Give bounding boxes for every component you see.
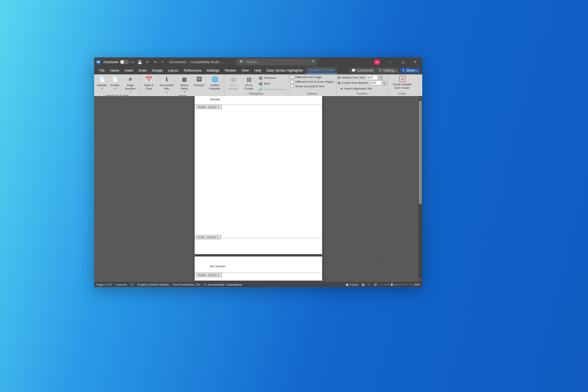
print-layout-button[interactable]: ≡: [367, 282, 372, 287]
spinner-bottom[interactable]: ▴▾: [383, 81, 387, 85]
save-icon[interactable]: 💾: [137, 59, 142, 65]
tab-design[interactable]: Design: [149, 67, 165, 74]
previous-button[interactable]: ▤Previous: [257, 75, 287, 80]
different-first-page-checkbox[interactable]: Different First Page: [289, 75, 335, 79]
footer-button[interactable]: 📄Footer▾: [109, 75, 121, 90]
goto-footer-icon: ▤: [245, 76, 252, 83]
redo-icon[interactable]: ↷: [152, 59, 158, 65]
accessibility-status[interactable]: ✦Accessibility: Unavailable: [204, 283, 242, 286]
insert-alignment-tab-button[interactable]: ⇥Insert Alignment Tab: [338, 86, 387, 91]
link-icon: 🔗: [258, 87, 263, 91]
goto-header-button[interactable]: ▤Go to Header: [225, 75, 241, 91]
toggle-switch[interactable]: [120, 60, 129, 64]
zoom-out-button[interactable]: −: [381, 283, 382, 286]
tab-home[interactable]: Home: [108, 67, 122, 74]
close-header-footer-button[interactable]: ✕ Close Header and Footer: [389, 75, 415, 90]
focus-mode-button[interactable]: ▣Focus: [346, 283, 358, 286]
zoom-slider[interactable]: [384, 284, 407, 285]
search-box[interactable]: 🔍 Search 🎤: [237, 59, 317, 65]
user-avatar[interactable]: SS: [374, 59, 380, 65]
editing-button[interactable]: ✎Editing▾: [377, 68, 399, 73]
quick-parts-button[interactable]: ▦Quick Parts▾: [177, 75, 191, 94]
date-time-button[interactable]: 📅Date & Time: [141, 75, 156, 91]
page2-header-text[interactable]: Not sample: [210, 265, 225, 268]
spin-down-icon[interactable]: ▾: [379, 78, 383, 80]
tab-draw[interactable]: Draw: [136, 67, 149, 74]
undo-icon[interactable]: ↶: [145, 59, 150, 65]
language-status[interactable]: English (United States): [137, 283, 169, 286]
word-window: W AutoSave Off 💾 ↶ ↷ ▾ Document1 - Compa…: [94, 57, 422, 287]
word-count[interactable]: 0 words: [116, 283, 127, 286]
minimize-button[interactable]: ─: [385, 57, 396, 67]
vertical-scrollbar[interactable]: ▴ ▾: [418, 96, 422, 282]
scroll-up-icon[interactable]: ▴: [418, 96, 422, 100]
show-document-text-checkbox[interactable]: Show Document Text: [289, 84, 335, 88]
scroll-down-icon[interactable]: ▾: [418, 278, 422, 282]
autosave-label: AutoSave: [103, 60, 118, 64]
pictures-button[interactable]: 🖼Pictures: [192, 75, 206, 88]
comments-button[interactable]: 💬Comments: [349, 68, 376, 73]
tab-mailings[interactable]: Mailings: [204, 67, 222, 74]
tab-help[interactable]: Help: [252, 67, 264, 74]
header-section-1-label: Header -Section 1-: [196, 105, 222, 109]
page-count[interactable]: Page 1 of 2: [96, 283, 112, 286]
tab-view[interactable]: View: [239, 67, 252, 74]
zoom-in-button[interactable]: +: [410, 283, 412, 286]
qat-customize-icon[interactable]: ▾: [160, 59, 165, 65]
page1-header-text[interactable]: Sample: [210, 98, 220, 101]
footer-from-bottom-input[interactable]: [370, 80, 382, 85]
online-pictures-button[interactable]: 🌐Online Pictures: [207, 75, 223, 91]
chevron-down-icon: ▾: [130, 90, 131, 93]
tab-insert[interactable]: Insert: [122, 67, 136, 74]
tab-references[interactable]: References: [181, 67, 204, 74]
chevron-down-icon: ▾: [114, 87, 116, 90]
close-window-button[interactable]: ✕: [410, 57, 421, 67]
ribbon-tabs: File Home Insert Draw Design Layout Refe…: [94, 67, 422, 74]
quick-access-toolbar: 💾 ↶ ↷ ▾: [137, 59, 165, 65]
close-x-icon: ✕: [399, 76, 405, 82]
tab-layout[interactable]: Layout: [165, 67, 181, 74]
read-mode-button[interactable]: ▦: [361, 282, 366, 287]
header-section-2-label: Header -Section 2-: [196, 273, 222, 277]
spin-down-icon[interactable]: ▾: [383, 83, 387, 85]
group-label-close: Close: [389, 92, 415, 96]
zoom-level[interactable]: 69%: [414, 283, 420, 286]
text-cursor: [381, 261, 382, 265]
alignment-tab-icon: ⇥: [339, 86, 343, 91]
text-predictions-status[interactable]: Text Predictions: On: [173, 283, 200, 286]
spell-check-icon[interactable]: ▢: [131, 283, 134, 286]
page-2[interactable]: Not sample Header -Section 2-: [194, 256, 322, 281]
page-1[interactable]: Sample Header -Section 1- Footer -Sectio…: [194, 96, 322, 254]
link-previous-button[interactable]: 🔗Link to Previous: [257, 87, 287, 92]
chevron-down-icon: ▾: [166, 90, 167, 93]
mic-icon[interactable]: 🎤: [310, 60, 314, 64]
word-icon: W: [96, 59, 101, 65]
online-pictures-icon: 🌐: [211, 76, 218, 83]
ribbon-collapse-icon[interactable]: ⌄: [418, 91, 421, 95]
doc-info-icon: ℹ: [163, 76, 170, 83]
header-from-top-input[interactable]: [366, 75, 378, 80]
tab-header-footer[interactable]: Header & Footer: [306, 67, 337, 74]
next-button[interactable]: ▤Next: [257, 81, 287, 86]
header-button[interactable]: 📄Header▾: [95, 75, 108, 90]
header-top-icon: ▤: [338, 76, 341, 79]
group-label-options: Options: [289, 92, 335, 96]
tab-review[interactable]: Review: [222, 67, 239, 74]
share-button[interactable]: ⇪Share▾: [400, 68, 420, 73]
group-label-position: Position: [338, 92, 387, 96]
tab-file[interactable]: File: [96, 67, 108, 74]
autosave-toggle[interactable]: AutoSave Off: [103, 60, 134, 64]
tab-syntax-highlighter[interactable]: Easy Syntax Highlighter: [264, 67, 306, 74]
scroll-thumb[interactable]: [419, 101, 422, 204]
spinner-top[interactable]: ▴▾: [379, 75, 383, 80]
page-number-button[interactable]: #Page Number▾: [122, 75, 139, 94]
chevron-down-icon: ▾: [184, 90, 185, 93]
different-odd-even-checkbox[interactable]: Different Odd & Even Pages: [289, 80, 335, 84]
document-info-button[interactable]: ℹDocument Info▾: [157, 75, 176, 94]
document-title: Document1 - Compatibility Mode - ...: [169, 60, 225, 64]
search-icon: 🔍: [240, 60, 244, 64]
zoom-slider-thumb[interactable]: [391, 283, 392, 286]
web-layout-button[interactable]: ▤: [373, 282, 378, 287]
maximize-button[interactable]: ▢: [398, 57, 408, 67]
goto-footer-button[interactable]: ▤Go to Footer: [242, 75, 256, 91]
